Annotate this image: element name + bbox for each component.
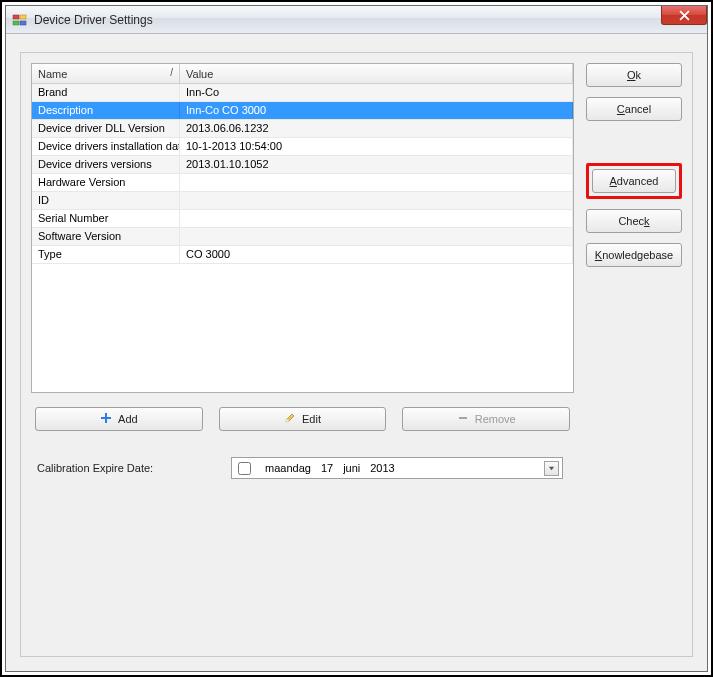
cell-value: 10-1-2013 10:54:00	[180, 138, 573, 155]
plus-icon	[100, 412, 112, 426]
svg-rect-1	[20, 15, 26, 19]
calendar-dropdown-icon[interactable]	[544, 461, 559, 476]
table-row[interactable]: Device drivers versions2013.01.10.1052	[32, 156, 573, 174]
calibration-weekday: maandag	[265, 462, 311, 474]
cell-value: 2013.06.06.1232	[180, 120, 573, 137]
cell-name: Device drivers installation date	[32, 138, 180, 155]
cell-name: Software Version	[32, 228, 180, 245]
cell-value	[180, 210, 573, 227]
table-row[interactable]: BrandInn-Co	[32, 84, 573, 102]
ok-button[interactable]: Ok	[586, 63, 682, 87]
calibration-expire-label: Calibration Expire Date:	[31, 462, 231, 474]
calibration-date-picker[interactable]: maandag 17 juni 2013	[231, 457, 563, 479]
add-button[interactable]: Add	[35, 407, 203, 431]
knowledgebase-button[interactable]: Knowledgebase	[586, 243, 682, 267]
svg-rect-0	[13, 15, 19, 19]
column-header-value[interactable]: Value	[180, 64, 573, 83]
table-row[interactable]: Hardware Version	[32, 174, 573, 192]
cell-value	[180, 192, 573, 209]
cell-name: Hardware Version	[32, 174, 180, 191]
cell-name: Device driver DLL Version	[32, 120, 180, 137]
cell-value: Inn-Co	[180, 84, 573, 101]
table-row[interactable]: Device driver DLL Version2013.06.06.1232	[32, 120, 573, 138]
cell-value: 2013.01.10.1052	[180, 156, 573, 173]
advanced-button[interactable]: Advanced	[592, 169, 676, 193]
title-bar: Device Driver Settings	[6, 6, 707, 34]
table-row[interactable]: TypeCO 3000	[32, 246, 573, 264]
calibration-date-checkbox[interactable]	[238, 462, 251, 475]
cell-name: Serial Number	[32, 210, 180, 227]
table-row[interactable]: Serial Number	[32, 210, 573, 228]
calibration-month: juni	[343, 462, 360, 474]
table-row[interactable]: DescriptionInn-Co CO 3000	[32, 102, 573, 120]
cell-value: Inn-Co CO 3000	[180, 102, 573, 119]
check-button[interactable]: Check	[586, 209, 682, 233]
edit-button[interactable]: Edit	[219, 407, 387, 431]
remove-button[interactable]: Remove	[402, 407, 570, 431]
advanced-highlight: Advanced	[586, 163, 682, 199]
table-row[interactable]: Device drivers installation date10-1-201…	[32, 138, 573, 156]
cell-name: Brand	[32, 84, 180, 101]
calibration-day: 17	[321, 462, 333, 474]
calibration-year: 2013	[370, 462, 394, 474]
cancel-button[interactable]: Cancel	[586, 97, 682, 121]
cell-value	[180, 228, 573, 245]
app-icon	[12, 12, 28, 28]
table-row[interactable]: Software Version	[32, 228, 573, 246]
close-button[interactable]	[661, 6, 707, 25]
cell-name: Device drivers versions	[32, 156, 180, 173]
cell-name: ID	[32, 192, 180, 209]
minus-icon	[457, 412, 469, 426]
properties-table[interactable]: Name / Value BrandInn-CoDescriptionInn-C…	[31, 63, 574, 393]
table-header: Name / Value	[32, 64, 573, 84]
svg-rect-3	[20, 21, 26, 25]
sort-indicator-icon: /	[170, 67, 173, 78]
cell-value	[180, 174, 573, 191]
cell-name: Description	[32, 102, 180, 119]
window-title: Device Driver Settings	[34, 13, 153, 27]
pencil-icon	[284, 412, 296, 426]
cell-value: CO 3000	[180, 246, 573, 263]
table-row[interactable]: ID	[32, 192, 573, 210]
cell-name: Type	[32, 246, 180, 263]
column-header-name[interactable]: Name /	[32, 64, 180, 83]
svg-rect-2	[13, 21, 19, 25]
